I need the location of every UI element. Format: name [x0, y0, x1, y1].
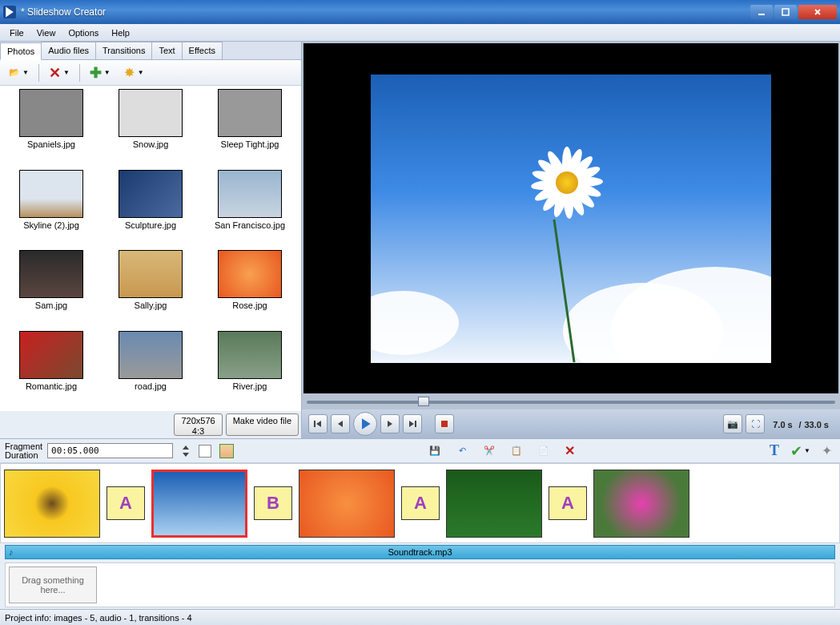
effect-button[interactable]: ✸▼: [120, 65, 147, 81]
preview-image: [371, 75, 771, 363]
fullscreen-icon: ⛶: [749, 417, 762, 430]
svg-rect-9: [415, 421, 416, 427]
svg-rect-1: [758, 14, 765, 15]
svg-marker-4: [316, 421, 321, 427]
timeline-photo[interactable]: [4, 470, 100, 538]
statusbar: Project info: images - 5, audio - 1, tra…: [0, 609, 840, 625]
stop-button[interactable]: [435, 414, 454, 433]
status-text: Project info: images - 5, audio - 1, tra…: [5, 613, 192, 623]
audio-track[interactable]: ♪ Soundtrack.mp3: [5, 545, 835, 559]
paste-button[interactable]: 📄: [534, 443, 553, 459]
fullscreen-button[interactable]: ⛶: [746, 414, 765, 433]
scissors-icon: ✂️: [483, 445, 496, 458]
tab-effects[interactable]: Effects: [182, 42, 223, 59]
save-button[interactable]: 💾: [425, 443, 444, 459]
remove-button[interactable]: ✕: [561, 442, 578, 460]
drag-drop-area[interactable]: Drag something here...: [5, 562, 835, 607]
face-button[interactable]: [216, 442, 237, 460]
timeline-photo-selected[interactable]: [151, 470, 247, 538]
wand-button[interactable]: ✦: [818, 442, 835, 460]
menu-file[interactable]: File: [3, 26, 30, 40]
time-current: 7.0 s: [773, 420, 792, 429]
resolution-button[interactable]: 720x5764:3: [174, 413, 222, 436]
undo-button[interactable]: ↶: [452, 443, 472, 459]
svg-rect-2: [782, 9, 789, 15]
timeline-transition[interactable]: A: [401, 486, 440, 520]
window-title: * Slideshow Creator: [21, 6, 750, 18]
x-icon: ✕: [565, 443, 575, 458]
thumb-item[interactable]: Sally.jpg: [102, 250, 199, 328]
preview-panel: 📷 ⛶ 7.0 s / 33.0 s: [302, 42, 840, 438]
cut-button[interactable]: ✂️: [480, 443, 499, 459]
thumb-item[interactable]: Sleep Tight.jpg: [202, 89, 298, 167]
copy-icon: 📋: [510, 445, 523, 458]
tabs: Photos Audio files Transitions Text Effe…: [0, 42, 301, 60]
thumb-item[interactable]: Snow.jpg: [102, 89, 199, 167]
svg-marker-12: [183, 453, 189, 457]
next-button[interactable]: [380, 414, 400, 433]
paste-icon: 📄: [537, 445, 550, 458]
open-folder-button[interactable]: 📂▼: [5, 65, 32, 81]
preview-seek-slider[interactable]: [302, 395, 840, 409]
add-button[interactable]: ✚▼: [86, 65, 114, 81]
minimize-button[interactable]: [750, 5, 773, 19]
timeline-toolbar: FragmentDuration 💾 ↶ ✂️ 📋 📄 ✕ T ✔▼ ✦: [0, 439, 840, 463]
tab-text[interactable]: Text: [151, 42, 182, 59]
make-video-button[interactable]: Make video file: [226, 413, 299, 436]
timeline-transition[interactable]: A: [107, 486, 145, 520]
thumb-item[interactable]: Sam.jpg: [3, 250, 99, 328]
camera-icon: 📷: [726, 417, 739, 430]
audio-track-label: Soundtrack.mp3: [388, 547, 452, 557]
thumb-item[interactable]: San Francisco.jpg: [202, 170, 298, 248]
svg-marker-0: [6, 7, 14, 18]
prev-button[interactable]: [331, 414, 350, 433]
text-button[interactable]: T: [766, 441, 782, 461]
timeline-photo[interactable]: [446, 470, 542, 538]
time-total: 33.0 s: [804, 420, 829, 429]
thumb-item[interactable]: Rose.jpg: [202, 250, 298, 328]
check-icon: ✔: [790, 442, 802, 460]
svg-marker-7: [388, 421, 392, 427]
duration-stepper[interactable]: [178, 444, 194, 458]
close-button[interactable]: [798, 5, 837, 19]
drag-placeholder[interactable]: Drag something here...: [9, 567, 97, 603]
fragment-duration-input[interactable]: [47, 443, 173, 458]
thumbnail-grid: Spaniels.jpg Snow.jpg Sleep Tight.jpg Sk…: [0, 86, 301, 411]
timeline-strip[interactable]: A B A A: [0, 463, 840, 543]
menu-view[interactable]: View: [30, 26, 62, 40]
apply-button[interactable]: ✔▼: [787, 441, 814, 462]
maximize-button[interactable]: [774, 5, 797, 19]
svg-marker-11: [183, 446, 189, 450]
thumb-item[interactable]: Romantic.jpg: [3, 331, 99, 409]
thumb-item[interactable]: Spaniels.jpg: [3, 89, 99, 167]
menubar: File View Options Help: [0, 24, 840, 42]
menu-help[interactable]: Help: [105, 26, 136, 40]
save-icon: 💾: [428, 445, 441, 458]
thumb-item[interactable]: road.jpg: [102, 331, 199, 409]
titlebar: * Slideshow Creator: [0, 0, 840, 24]
timeline-section: FragmentDuration 💾 ↶ ✂️ 📋 📄 ✕ T ✔▼ ✦ A B…: [0, 439, 840, 609]
tab-transitions[interactable]: Transitions: [95, 42, 152, 59]
text-icon: T: [770, 442, 779, 459]
timeline-photo[interactable]: [593, 470, 689, 538]
snapshot-button[interactable]: 📷: [723, 414, 742, 433]
undo-icon: ↶: [456, 445, 468, 458]
thumb-item[interactable]: Skyline (2).jpg: [3, 170, 99, 248]
wand-icon: ✦: [822, 443, 832, 458]
menu-options[interactable]: Options: [62, 26, 105, 40]
thumb-item[interactable]: River.jpg: [202, 331, 298, 409]
thumb-item[interactable]: Sculpture.jpg: [102, 170, 199, 248]
timeline-transition[interactable]: A: [549, 486, 587, 520]
svg-marker-8: [409, 421, 414, 427]
tab-audio[interactable]: Audio files: [41, 42, 96, 59]
first-button[interactable]: [308, 414, 328, 433]
music-note-icon: ♪: [9, 547, 14, 557]
timeline-photo[interactable]: [299, 470, 395, 538]
delete-button[interactable]: ✕▼: [46, 65, 73, 81]
copy-button[interactable]: 📋: [507, 443, 526, 459]
play-button[interactable]: [353, 412, 377, 436]
tab-photos[interactable]: Photos: [0, 42, 42, 60]
color-swatch[interactable]: [199, 445, 211, 458]
last-button[interactable]: [403, 414, 422, 433]
timeline-transition[interactable]: B: [254, 486, 292, 520]
